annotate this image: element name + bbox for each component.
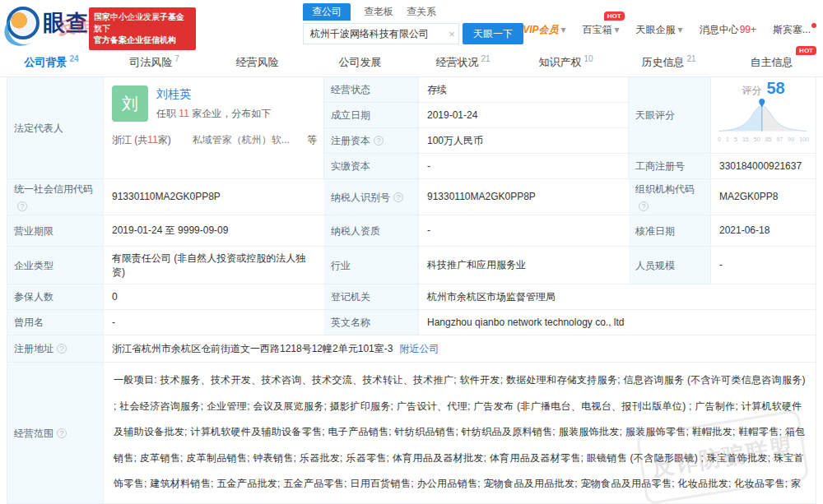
paid-capital-value: - <box>419 154 628 178</box>
table-row: 法定代表人 刘 刘桂英 任职 11 家企业，分布如下 浙江 (共11家) 私域管… <box>7 77 816 179</box>
avatar[interactable]: 刘 <box>112 86 148 122</box>
search-block: 查公司 查老板 查关系 天眼一下 <box>303 3 523 44</box>
english-name-label: 英文名称 <box>324 310 419 335</box>
table-row: 曾用名 - 英文名称 Hangzhou qianbo network techn… <box>7 310 816 335</box>
tenure-text: 任职 11 家企业，分布如下 <box>156 107 271 121</box>
reg-no-label: 工商注册号 <box>629 154 711 178</box>
address-value: 浙江省杭州市余杭区仓前街道文一西路1218号12幢2单元101室-3 附近公司 <box>104 335 816 362</box>
term-value: 2019-01-24 至 9999-09-09 <box>104 215 324 246</box>
search-button[interactable]: 天眼一下 <box>463 23 523 44</box>
org-code-value: MA2GK0PP8 <box>711 179 816 215</box>
org-code-label: 组织机构代码 <box>629 179 711 215</box>
search-tab-company[interactable]: 查公司 <box>303 3 351 21</box>
region-stat[interactable]: 浙江 (共11家) <box>112 133 171 147</box>
more-toggle[interactable]: 等 <box>307 133 317 147</box>
clear-icon[interactable] <box>444 23 459 44</box>
tab-operation-risk[interactable]: 经营风险 <box>206 48 309 76</box>
reg-capital-label: 注册资本 <box>324 128 419 153</box>
info-icon[interactable] <box>374 136 384 146</box>
paid-capital-label: 实缴资本 <box>324 154 419 178</box>
industry-value: 科技推广和应用服务业 <box>419 247 629 284</box>
former-name-value: - <box>104 310 324 335</box>
approved-date-value: 2021-06-18 <box>711 215 816 246</box>
term-label: 营业期限 <box>7 215 104 246</box>
credit-code-label: 统一社会信用代码 <box>7 179 104 215</box>
search-tab-relation[interactable]: 查关系 <box>407 3 436 21</box>
table-row: 企业类型 有限责任公司 (非自然人投资或控股的法人独资) 行业 科技推广和应用服… <box>7 247 816 284</box>
registry-label: 登记机关 <box>324 284 419 309</box>
established-value: 2019-01-24 <box>419 103 628 127</box>
message-count-badge: 99+ <box>740 24 756 35</box>
insured-value: 0 <box>104 284 324 309</box>
credit-code-value: 91330110MA2GK0PP8P <box>104 179 324 215</box>
hot-badge: HOT <box>604 12 625 21</box>
message-center[interactable]: 消息中心99+ <box>700 23 756 37</box>
logo-text: 眼查 <box>43 8 89 38</box>
top-bar: 眼查 国家中小企业发展子基金旗下 官方备案企业征信机构 反诈防骗联盟 查公司 查… <box>0 0 823 48</box>
toolbox-menu[interactable]: 百宝箱HOT <box>583 23 620 37</box>
search-tab-boss[interactable]: 查老板 <box>364 3 393 21</box>
registry-value: 杭州市余杭区市场监督管理局 <box>419 284 816 309</box>
table-row: 营业期限 2019-01-24 至 9999-09-09 纳税人资质 - 核准日… <box>7 215 816 247</box>
status-label: 经营状态 <box>324 77 419 102</box>
score-prefix: 评分 <box>742 85 761 96</box>
user-account[interactable]: 斯宾塞... <box>773 23 816 37</box>
table-row: 参保人数 0 登记机关 杭州市余杭区市场监督管理局 <box>7 284 816 310</box>
business-scope-value: 一般项目: 技术服务、技术开发、技术咨询、技术交流、技术转让、技术推广; 软件开… <box>104 363 816 503</box>
nearby-companies-link[interactable]: 附近公司 <box>399 342 439 356</box>
taxpayer-id-label: 纳税人识别号 <box>324 179 419 215</box>
bell-curve-chart <box>714 98 812 134</box>
score-value: 58 <box>766 79 784 97</box>
score-axis-ticks: 0151550859799100 <box>714 136 812 143</box>
logo-globe-icon <box>7 7 40 39</box>
score-and-regno: 天眼评分 评分58 0151550859799100 <box>629 77 816 178</box>
badge-line1: 国家中小企业发展子基金旗下 <box>94 12 191 35</box>
tab-company-development[interactable]: 公司发展 <box>309 48 412 76</box>
legal-rep-label: 法定代表人 <box>7 77 104 178</box>
score-label: 天眼评分 <box>629 77 711 153</box>
tenure-count: 11 <box>179 108 188 119</box>
approved-date-label: 核准日期 <box>629 215 711 246</box>
info-icon[interactable] <box>393 192 403 202</box>
status-value: 存续 <box>419 77 628 102</box>
industry-label: 行业 <box>324 247 419 284</box>
badge-line2: 官方备案企业征信机构 <box>94 35 191 46</box>
company-type-value: 有限责任公司 (非自然人投资或控股的法人独资) <box>104 247 324 284</box>
mid-fields: 经营状态存续 成立日期2019-01-24 注册资本100万人民币 实缴资本- <box>324 77 629 178</box>
staff-size-value: - <box>711 247 816 284</box>
info-icon[interactable] <box>639 201 649 211</box>
related-company-link[interactable]: 私域管家（杭州）软... <box>193 133 290 147</box>
legal-rep-name-link[interactable]: 刘桂英 <box>156 87 191 102</box>
tianyancha-logo[interactable]: 眼查 <box>7 7 89 39</box>
info-icon[interactable] <box>57 428 67 438</box>
vip-menu[interactable]: VIP会员 <box>523 23 565 37</box>
former-name-label: 曾用名 <box>7 310 104 335</box>
taxpayer-quality-value: - <box>419 215 629 246</box>
legal-rep-card: 刘 刘桂英 任职 11 家企业，分布如下 浙江 (共11家) 私域管家（杭州）软… <box>104 77 324 178</box>
table-row: 经营范围 一般项目: 技术服务、技术开发、技术咨询、技术交流、技术转让、技术推广… <box>7 363 816 503</box>
tab-history-info[interactable]: 历史信息21 <box>617 48 720 76</box>
taxpayer-id-value: 91330110MA2GK0PP8P <box>419 179 629 215</box>
company-type-label: 企业类型 <box>7 247 104 284</box>
address-label: 注册地址 <box>7 335 104 362</box>
company-info-table: 法定代表人 刘 刘桂英 任职 11 家企业，分布如下 浙江 (共11家) 私域管… <box>7 77 816 504</box>
table-row: 注册地址 浙江省杭州市余杭区仓前街道文一西路1218号12幢2单元101室-3 … <box>7 335 816 363</box>
taxpayer-quality-label: 纳税人资质 <box>324 215 419 246</box>
tab-self-info[interactable]: 自主信息HOT <box>720 48 823 76</box>
tab-intellectual-property[interactable]: 知识产权10 <box>514 48 617 76</box>
tab-operation-status[interactable]: 经营状况21 <box>412 48 514 76</box>
search-input[interactable] <box>303 23 459 44</box>
tab-company-background[interactable]: 公司背景24 <box>0 48 103 76</box>
info-icon[interactable] <box>57 344 67 354</box>
english-name-value: Hangzhou qianbo network technology co., … <box>419 310 816 335</box>
established-label: 成立日期 <box>324 103 419 127</box>
certification-badge: 国家中小企业发展子基金旗下 官方备案企业征信机构 <box>89 7 196 50</box>
section-tab-bar: 公司背景24 司法风险7 经营风险 公司发展 经营状况21 知识产权10 历史信… <box>0 48 823 77</box>
enterprise-service-menu[interactable]: 天眼企服 <box>636 23 683 37</box>
notification-dot <box>811 23 816 28</box>
tianyan-score-chart[interactable]: 评分58 0151550859799100 <box>711 77 816 153</box>
reg-capital-value: 100万人民币 <box>419 128 628 153</box>
tab-judicial-risk[interactable]: 司法风险7 <box>103 48 206 76</box>
hot-badge: HOT <box>796 46 816 55</box>
info-icon[interactable] <box>17 201 27 211</box>
